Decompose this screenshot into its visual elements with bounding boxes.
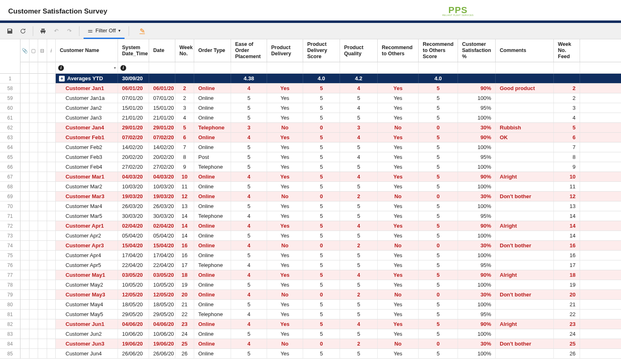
cell-week[interactable]: 26 (175, 349, 194, 358)
cell-type[interactable]: Online (194, 329, 231, 339)
cell-rec[interactable]: Yes (378, 280, 419, 289)
cell-pdelscore[interactable]: 5 (303, 319, 340, 329)
cell-comm[interactable]: OK (496, 133, 554, 142)
col-week[interactable]: Week No. (175, 39, 194, 62)
cell-pdelscore[interactable]: 5 (303, 251, 340, 260)
cell-ease[interactable]: 5 (231, 93, 267, 103)
filter-recscore[interactable] (419, 62, 458, 73)
cell-rec[interactable]: Yes (378, 231, 419, 240)
cell-name[interactable]: Customer Mar4 (56, 201, 118, 211)
cell-ease[interactable]: 5 (231, 280, 267, 289)
filter-rec[interactable] (378, 62, 419, 73)
cell-pdel[interactable]: Yes (267, 162, 303, 172)
cell-wkf[interactable]: 25 (554, 339, 580, 348)
cell-date[interactable]: 27/02/20 (149, 162, 175, 172)
table-row[interactable]: Customer May418/05/2018/05/2021Online5Ye… (56, 300, 621, 310)
cell-wkf[interactable]: 14 (554, 221, 580, 231)
cell-sys[interactable]: 03/05/20 (118, 270, 149, 280)
cell-type[interactable]: Online (194, 349, 231, 358)
cell-pqual[interactable]: 5 (340, 182, 378, 191)
cell-pdel[interactable]: Yes (267, 310, 303, 319)
cell-type[interactable]: Online (194, 201, 231, 211)
cell-pdel[interactable]: Yes (267, 319, 303, 329)
cell-recscore[interactable]: 5 (419, 319, 458, 329)
cell-ease[interactable]: 5 (231, 142, 267, 152)
cell-date[interactable]: 02/04/20 (149, 221, 175, 231)
cell-rec[interactable]: Yes (378, 103, 419, 113)
cell-sys[interactable]: 27/02/20 (118, 162, 149, 172)
cell-comm[interactable] (496, 162, 554, 172)
cell-wkf[interactable]: 3 (554, 103, 580, 113)
cell-wkf[interactable]: 14 (554, 211, 580, 221)
cell-ease[interactable]: 4 (231, 260, 267, 270)
cell-pqual[interactable]: 4 (340, 152, 378, 162)
cell-rec[interactable]: Yes (378, 211, 419, 221)
cell-pdelscore[interactable]: 5 (303, 201, 340, 211)
rownum[interactable]: 69 (0, 192, 20, 201)
cell-pqual[interactable]: 5 (340, 142, 378, 152)
cell-week[interactable]: 2 (175, 84, 194, 93)
cell-pdelscore[interactable]: 5 (303, 133, 340, 142)
cell-week[interactable]: 17 (175, 260, 194, 270)
cell-pdelscore[interactable]: 5 (303, 310, 340, 319)
cell-wkf[interactable]: 16 (554, 241, 580, 250)
cell-week[interactable]: 16 (175, 241, 194, 250)
cell-week[interactable]: 7 (175, 142, 194, 152)
cell-type[interactable]: Online (194, 113, 231, 122)
cell-ease[interactable]: 4 (231, 290, 267, 299)
cell-wkf[interactable]: 2 (554, 93, 580, 103)
cell-ease[interactable]: 4 (231, 192, 267, 201)
col-system-date[interactable]: System Date_Time (118, 39, 149, 62)
cell-comm[interactable] (496, 260, 554, 270)
rownum[interactable]: 79 (0, 290, 20, 300)
cell-pdelscore[interactable]: 5 (303, 221, 340, 231)
cell-type[interactable]: Telephone (194, 162, 231, 172)
cell-recscore[interactable]: 5 (419, 162, 458, 172)
cell-pdelscore[interactable]: 5 (303, 260, 340, 270)
save-button[interactable] (4, 25, 16, 37)
cell-pdel[interactable]: Yes (267, 300, 303, 309)
rownum[interactable]: 73 (0, 231, 20, 241)
cell-wkf[interactable]: 5 (554, 123, 580, 132)
cell-comm[interactable] (496, 310, 554, 319)
cell-sys[interactable]: 10/06/20 (118, 329, 149, 339)
rownum[interactable]: 72 (0, 221, 20, 231)
cell-type[interactable]: Telephone (194, 260, 231, 270)
expand-icon[interactable]: + (59, 76, 65, 81)
col-delivery-score[interactable]: Product Delivery Score (303, 39, 340, 62)
cell-date[interactable]: 06/01/20 (149, 84, 175, 93)
cell-date[interactable]: 12/05/20 (149, 290, 175, 299)
cell-week[interactable]: 12 (175, 192, 194, 201)
cell-sat[interactable]: 100% (458, 349, 496, 358)
cell-sys[interactable]: 15/04/20 (118, 241, 149, 250)
cell-rec[interactable]: No (378, 123, 419, 132)
cell-rec[interactable]: Yes (378, 329, 419, 339)
cell-sat[interactable]: 90% (458, 84, 496, 93)
cell-pqual[interactable]: 5 (340, 280, 378, 289)
cell-comm[interactable]: Good product (496, 84, 554, 93)
cell-type[interactable]: Online (194, 192, 231, 201)
cell-wkf[interactable]: 12 (554, 192, 580, 201)
cell-recscore[interactable]: 5 (419, 270, 458, 280)
cell-recscore[interactable]: 5 (419, 329, 458, 339)
filter-week[interactable] (175, 62, 194, 73)
cell-pqual[interactable]: 5 (340, 251, 378, 260)
cell-name[interactable]: Customer Apr3 (56, 241, 118, 250)
cell-type[interactable]: Online (194, 103, 231, 113)
cell-rec[interactable]: Yes (378, 260, 419, 270)
cell-rec[interactable]: Yes (378, 172, 419, 181)
cell-recscore[interactable]: 0 (419, 241, 458, 250)
cell-date[interactable]: 05/04/20 (149, 231, 175, 240)
cell-pdel[interactable]: Yes (267, 231, 303, 240)
cell-recscore[interactable]: 5 (419, 103, 458, 113)
cell-recscore[interactable]: 5 (419, 152, 458, 162)
cell-pdel[interactable]: Yes (267, 201, 303, 211)
cell-week[interactable]: 24 (175, 329, 194, 339)
cell-pqual[interactable]: 5 (340, 349, 378, 358)
cell-week[interactable]: 8 (175, 152, 194, 162)
rownum[interactable]: 83 (0, 329, 20, 339)
cell-week[interactable]: 10 (175, 172, 194, 181)
cell-type[interactable]: Online (194, 172, 231, 181)
cell-recscore[interactable]: 0 (419, 290, 458, 299)
cell-sat[interactable]: 30% (458, 290, 496, 299)
